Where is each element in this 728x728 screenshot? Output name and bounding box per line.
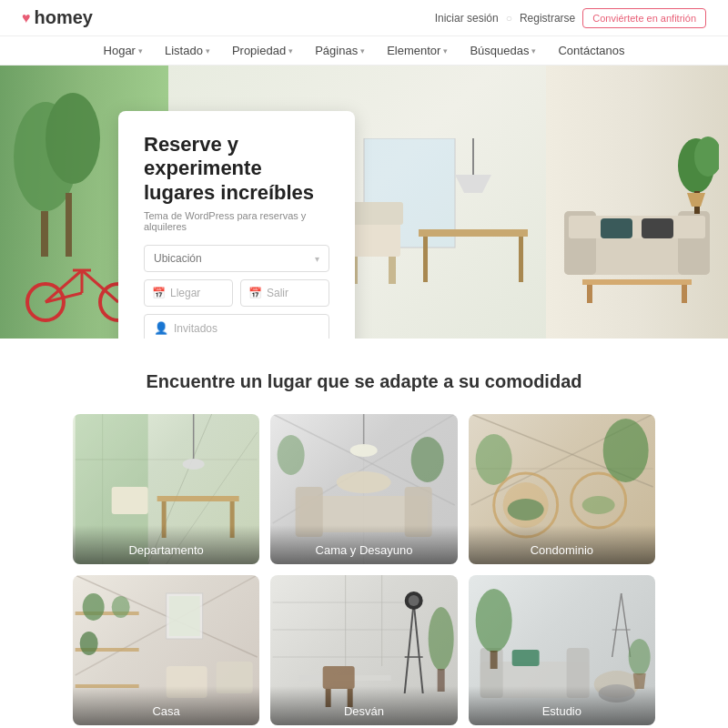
svg-marker-20	[455, 175, 491, 193]
svg-rect-27	[582, 279, 692, 285]
property-label-cama: Cama y Desayuno	[270, 525, 457, 564]
nav-listado[interactable]: Listado ▾	[165, 44, 210, 57]
svg-rect-17	[389, 257, 396, 284]
svg-line-102	[621, 593, 630, 657]
guests-label: Invitados	[174, 322, 217, 335]
location-input[interactable]	[154, 252, 315, 265]
nav-contactanos-label: Contáctanos	[558, 44, 624, 57]
svg-point-43	[183, 459, 205, 470]
property-label-departamento: Departamento	[73, 525, 259, 564]
guests-icon: 👤	[154, 321, 168, 335]
svg-point-64	[475, 434, 511, 485]
arrive-field[interactable]: 📅 Llegar	[144, 279, 233, 307]
svg-rect-14	[519, 237, 523, 282]
svg-rect-29	[682, 285, 687, 303]
nav-paginas-label: Páginas	[315, 44, 358, 57]
chevron-down-icon: ▾	[288, 46, 293, 56]
svg-point-87	[409, 595, 420, 606]
nav-contactanos[interactable]: Contáctanos	[558, 44, 624, 57]
chevron-down-icon: ▾	[206, 46, 210, 56]
chevron-down-icon: ▾	[315, 254, 319, 264]
leave-label: Salir	[267, 287, 288, 299]
nav-hogar-label: Hogar	[104, 44, 136, 57]
hero-subtitle: Tema de WordPress para reservas y alquil…	[144, 210, 329, 232]
property-label-estudio: Estudio	[469, 686, 655, 725]
svg-rect-100	[490, 651, 497, 669]
svg-rect-25	[601, 218, 632, 238]
property-label-casa: Casa	[73, 686, 259, 725]
svg-point-70	[83, 593, 105, 621]
svg-point-54	[278, 435, 305, 475]
nav-hogar[interactable]: Hogar ▾	[104, 44, 143, 57]
logo-text: homey	[35, 7, 93, 28]
svg-line-83	[405, 602, 414, 693]
chevron-down-icon: ▾	[138, 46, 143, 56]
chevron-down-icon: ▾	[531, 46, 536, 56]
svg-point-63	[602, 419, 648, 482]
svg-point-72	[80, 632, 98, 655]
svg-rect-26	[642, 218, 673, 238]
hero-title: Reserve y experimente lugares increíbles	[144, 133, 329, 205]
calendar-icon: 📅	[248, 287, 262, 299]
svg-rect-38	[157, 496, 239, 501]
svg-point-104	[628, 639, 650, 675]
hero-background	[0, 66, 728, 339]
property-card-departamento[interactable]: Departamento	[73, 414, 259, 564]
property-grid: Departamento Cama y Desayun	[0, 414, 728, 725]
svg-point-50	[337, 471, 391, 493]
svg-point-71	[112, 596, 130, 618]
logo[interactable]: ♥ homey	[22, 7, 93, 28]
property-card-condominio[interactable]: Condominio	[469, 414, 655, 564]
svg-point-52	[350, 444, 378, 457]
property-card-desvan[interactable]: Desván	[270, 575, 457, 725]
svg-line-84	[414, 602, 423, 693]
nav-busquedas[interactable]: Búsquedas ▾	[470, 44, 536, 57]
svg-rect-24	[569, 216, 705, 238]
date-row: 📅 Llegar 📅 Salir	[144, 279, 329, 307]
nav-listado-label: Listado	[165, 44, 203, 57]
svg-line-101	[612, 593, 621, 657]
location-field[interactable]: ▾	[144, 245, 329, 272]
arrive-label: Llegar	[170, 287, 200, 299]
leave-field[interactable]: 📅 Salir	[240, 279, 329, 307]
property-label-condominio: Condominio	[469, 525, 655, 564]
main-nav: Hogar ▾ Listado ▾ Propiedad ▾ Páginas ▾ …	[0, 36, 728, 66]
calendar-icon: 📅	[152, 287, 166, 299]
login-link[interactable]: Iniciar sesión	[435, 12, 499, 25]
site-header: ♥ homey Iniciar sesión ○ Registrarse Con…	[0, 0, 728, 36]
auth-separator: ○	[506, 12, 512, 25]
svg-rect-96	[511, 650, 539, 666]
nav-propiedad[interactable]: Propiedad ▾	[232, 44, 293, 57]
svg-point-99	[475, 589, 511, 652]
chevron-down-icon: ▾	[443, 46, 448, 56]
hero-section: Reserve y experimente lugares increíbles…	[0, 66, 728, 339]
svg-rect-41	[112, 487, 148, 514]
nav-busquedas-label: Búsquedas	[470, 44, 529, 57]
logo-heart-icon: ♥	[22, 10, 31, 26]
svg-point-91	[429, 607, 454, 671]
nav-elementor[interactable]: Elementor ▾	[387, 44, 448, 57]
nav-paginas[interactable]: Páginas ▾	[315, 44, 365, 57]
svg-point-62	[581, 496, 614, 514]
chevron-down-icon: ▾	[360, 46, 365, 56]
svg-point-1	[46, 93, 100, 184]
svg-rect-13	[423, 237, 428, 282]
nav-elementor-label: Elementor	[387, 44, 440, 57]
property-card-estudio[interactable]: Estudio	[469, 575, 655, 725]
register-link[interactable]: Registrarse	[520, 12, 575, 25]
search-card: Reserve y experimente lugares increíbles…	[118, 111, 355, 339]
svg-point-61	[507, 499, 543, 521]
property-card-cama[interactable]: Cama y Desayuno	[270, 414, 457, 564]
svg-rect-76	[169, 596, 200, 636]
auth-area: Iniciar sesión ○ Registrarse Conviértete…	[435, 8, 706, 28]
guests-field[interactable]: 👤 Invitados	[144, 314, 329, 339]
host-button[interactable]: Conviértete en anfitrión	[582, 8, 706, 28]
nav-propiedad-label: Propiedad	[232, 44, 286, 57]
svg-rect-12	[419, 229, 528, 237]
svg-rect-28	[587, 285, 592, 303]
property-card-casa[interactable]: Casa	[73, 575, 259, 725]
svg-point-53	[411, 437, 444, 482]
property-label-desvan: Desván	[270, 686, 457, 725]
section-title: Encuentre un lugar que se adapte a su co…	[0, 339, 728, 414]
